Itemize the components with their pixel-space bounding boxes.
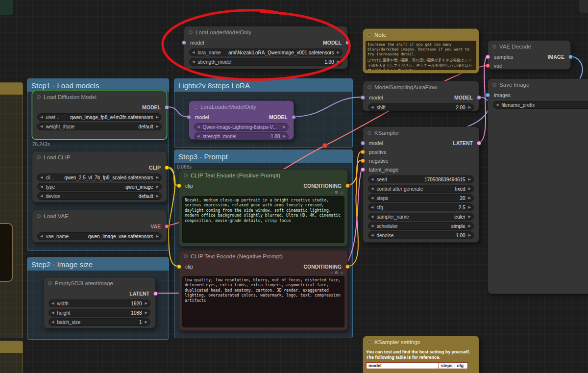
input-slot-model[interactable] bbox=[361, 96, 365, 100]
collapse-dot-icon[interactable] bbox=[184, 254, 188, 258]
node-titlebar[interactable]: CLIP Text Encode (Positive Prompt) bbox=[179, 170, 347, 181]
node-lora-loader-top[interactable]: LoraLoaderModelOnly model MODEL lora_nam… bbox=[184, 26, 348, 69]
collapse-dot-icon[interactable] bbox=[37, 95, 41, 99]
widget-unet-name[interactable]: unet .. qwen_image_fp8_e4m3fn.safetensor… bbox=[37, 113, 162, 121]
output-slot-vae[interactable] bbox=[165, 224, 169, 229]
input-slot-vae[interactable] bbox=[486, 64, 490, 68]
widget-seed[interactable]: seed 170508839494615 bbox=[368, 175, 474, 183]
group-lightx2v-header[interactable]: Lightx2v 8steps LoRA bbox=[174, 79, 352, 92]
widget-shift[interactable]: shift 2.00 bbox=[368, 103, 474, 111]
collapse-dot-icon[interactable] bbox=[37, 214, 41, 218]
widget-scheduler[interactable]: scheduler simple bbox=[368, 222, 474, 230]
node-load-diffusion-model[interactable]: Load Diffusion Model MODEL unet .. qwen_… bbox=[32, 91, 167, 140]
collapse-dot-icon[interactable] bbox=[194, 105, 197, 109]
widget-cfg[interactable]: cfg 2.5 bbox=[368, 203, 474, 211]
node-model-sampling-auraflow[interactable]: ModelSamplingAuraFlow model MODEL shift … bbox=[363, 81, 479, 111]
collapse-dot-icon[interactable] bbox=[492, 45, 496, 49]
group-step3-header[interactable]: Step3 - Prompt bbox=[174, 150, 352, 163]
widget-steps[interactable]: steps 20 bbox=[368, 194, 474, 202]
widget-strength-model[interactable]: strength_model 1.00 bbox=[194, 132, 289, 140]
node-titlebar[interactable]: LoraLoaderModelOnly bbox=[184, 26, 347, 38]
node-lora-loader-bypassed[interactable]: LoraLoaderModelOnly model MODEL Qwen-Ima… bbox=[189, 100, 294, 140]
collapse-dot-icon[interactable] bbox=[189, 30, 193, 34]
partial-node-top-left[interactable] bbox=[0, 0, 13, 15]
output-slot-image[interactable] bbox=[568, 55, 573, 59]
node-ksampler[interactable]: KSampler model LATENT positive negative … bbox=[363, 126, 479, 243]
widget-type[interactable]: type qwen_image bbox=[37, 183, 162, 191]
output-slot-latent[interactable] bbox=[153, 292, 158, 296]
group-left-partial-header[interactable] bbox=[0, 83, 23, 95]
node-titlebar[interactable]: LoraLoaderModelOnly bbox=[189, 101, 294, 113]
collapse-dot-icon[interactable] bbox=[492, 83, 496, 87]
node-titlebar[interactable]: Note bbox=[363, 29, 479, 41]
widget-batch-size[interactable]: batch_size 1 bbox=[49, 318, 150, 326]
prompt-textarea[interactable]: low quality, low resolution, blurry, out… bbox=[182, 276, 344, 327]
output-slot-conditioning[interactable] bbox=[345, 265, 350, 269]
speaker-icon[interactable] bbox=[340, 271, 343, 275]
collapse-dot-icon[interactable] bbox=[368, 85, 371, 89]
gear-icon[interactable] bbox=[335, 191, 338, 195]
input-slot-positive[interactable] bbox=[361, 150, 365, 154]
input-slot-model[interactable] bbox=[182, 41, 186, 45]
output-slot-conditioning[interactable] bbox=[345, 184, 350, 188]
widget-lora-name[interactable]: Qwen-Image-Lightning-8steps-V... bbox=[194, 123, 289, 131]
node-titlebar[interactable]: Save Image bbox=[488, 79, 588, 91]
collapse-dot-icon[interactable] bbox=[184, 174, 188, 177]
collapse-dot-icon[interactable] bbox=[37, 155, 41, 159]
output-slot-model[interactable] bbox=[345, 41, 350, 45]
collapse-dot-icon[interactable] bbox=[368, 340, 371, 344]
widget-control-after-generate[interactable]: control after generate fixed bbox=[368, 185, 474, 193]
gear-icon[interactable] bbox=[335, 271, 338, 275]
node-clip-text-encode-negative[interactable]: CLIP Text Encode (Negative Prompt) clip … bbox=[179, 250, 348, 331]
node-titlebar[interactable]: Load Diffusion Model bbox=[32, 91, 167, 103]
speaker-icon[interactable] bbox=[340, 191, 343, 195]
input-slot-samples[interactable] bbox=[486, 55, 490, 59]
node-load-clip[interactable]: Load CLIP CLIP cli .. qwen_2.5_vl_7b_fp8… bbox=[32, 151, 167, 202]
circle-icon[interactable] bbox=[330, 191, 333, 195]
widget-denoise[interactable]: denoise 1.00 bbox=[368, 231, 474, 239]
node-action-icons[interactable] bbox=[330, 191, 343, 195]
collapse-dot-icon[interactable] bbox=[368, 131, 371, 135]
input-slot-negative[interactable] bbox=[361, 159, 365, 163]
node-titlebar[interactable]: VAE Decode bbox=[488, 41, 570, 52]
circle-icon[interactable] bbox=[330, 271, 333, 275]
widget-width[interactable]: width 1920 bbox=[49, 299, 150, 307]
node-titlebar[interactable]: Load VAE bbox=[32, 210, 167, 222]
node-vae-decode[interactable]: VAE Decode samples IMAGE vae bbox=[488, 40, 571, 70]
node-action-icons[interactable] bbox=[330, 271, 343, 275]
widget-filename-prefix[interactable]: filename_prefix bbox=[493, 101, 588, 109]
output-slot-model[interactable] bbox=[165, 105, 169, 110]
output-slot-model[interactable] bbox=[292, 115, 296, 120]
input-slot-model[interactable] bbox=[361, 141, 365, 146]
node-titlebar[interactable]: EmptySD3LatentImage bbox=[44, 277, 155, 289]
collapse-dot-icon[interactable] bbox=[48, 281, 52, 285]
widget-strength-model[interactable]: strength_model 1.00 bbox=[189, 58, 343, 66]
group-step2-header[interactable]: Step2 - Image size bbox=[27, 258, 169, 271]
node-titlebar[interactable]: KSampler bbox=[363, 127, 479, 139]
group-bottom-left-partial-header[interactable] bbox=[0, 341, 23, 353]
input-slot-model[interactable] bbox=[187, 115, 191, 120]
widget-vae-name[interactable]: vae_name qwen_image_vae.safetensors bbox=[37, 232, 162, 240]
node-titlebar[interactable]: KSampler settings bbox=[363, 336, 479, 348]
note-text[interactable]: Increase the shift if you get too many b… bbox=[366, 41, 476, 70]
input-slot-images[interactable] bbox=[486, 93, 490, 98]
output-slot-latent[interactable] bbox=[477, 141, 481, 146]
collapse-dot-icon[interactable] bbox=[368, 33, 371, 37]
output-slot-clip[interactable] bbox=[165, 166, 169, 170]
input-slot-clip[interactable] bbox=[177, 184, 181, 188]
node-note[interactable]: Note Increase the shift if you get too m… bbox=[363, 28, 479, 74]
node-save-image[interactable]: Save Image images filename_prefix bbox=[488, 78, 588, 294]
widget-clip-name[interactable]: cli .. qwen_2.5_vl_7b_fp8_scaled.safeten… bbox=[37, 174, 162, 181]
widget-sampler-name[interactable]: sampler_name euler bbox=[368, 213, 474, 221]
node-clip-text-encode-positive[interactable]: CLIP Text Encode (Positive Prompt) clip … bbox=[179, 169, 348, 247]
prompt-textarea[interactable]: Nozaki, medium close-up portrait in a br… bbox=[182, 196, 344, 243]
widget-lora-name[interactable]: lora_name ami\NozakiLoRA_QwenImage_v001.… bbox=[189, 49, 343, 56]
input-slot-latent-image[interactable] bbox=[361, 168, 365, 172]
widget-device[interactable]: device default bbox=[37, 192, 162, 200]
partial-node-left[interactable] bbox=[0, 223, 13, 282]
node-empty-sd3-latent-image[interactable]: EmptySD3LatentImage LATENT width 1920 he… bbox=[43, 277, 156, 328]
node-titlebar[interactable]: Load CLIP bbox=[32, 151, 167, 163]
node-titlebar[interactable]: ModelSamplingAuraFlow bbox=[363, 81, 479, 93]
node-ksampler-settings[interactable]: KSampler settings You can test and find … bbox=[363, 336, 479, 373]
widget-height[interactable]: height 1088 bbox=[49, 309, 150, 317]
